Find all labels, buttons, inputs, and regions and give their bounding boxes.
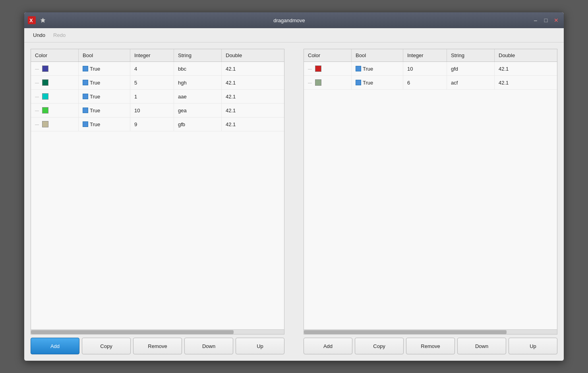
svg-text:X: X bbox=[29, 17, 33, 23]
left-cell-integer-4: 9 bbox=[130, 117, 174, 131]
right-col-string: String bbox=[447, 49, 495, 62]
left-cell-color-1: — bbox=[31, 76, 79, 89]
right-table-body: — True 10 gfd 42.1 — True 6 acf 42.1 bbox=[304, 62, 557, 329]
left-cell-string-2: aae bbox=[174, 90, 222, 103]
right-bool-icon-0 bbox=[356, 66, 361, 71]
right-cell-bool-1: True bbox=[352, 76, 403, 89]
right-cell-integer-1: 6 bbox=[403, 76, 447, 89]
left-cell-string-4: gfb bbox=[174, 117, 222, 131]
left-up-button[interactable]: Up bbox=[236, 338, 284, 354]
left-table-row[interactable]: — True 4 bbc 42.1 bbox=[31, 62, 284, 76]
color-swatch-3[interactable] bbox=[42, 107, 48, 113]
right-cell-color-1: — bbox=[304, 76, 352, 89]
left-scrollbar[interactable] bbox=[31, 329, 284, 334]
left-table-row[interactable]: — True 9 gfb 42.1 bbox=[31, 117, 284, 131]
left-col-color: Color bbox=[31, 49, 79, 62]
left-cell-double-4: 42.1 bbox=[222, 117, 265, 131]
right-copy-button[interactable]: Copy bbox=[355, 338, 404, 354]
bool-label-0: True bbox=[90, 66, 100, 72]
minimize-button[interactable]: – bbox=[531, 16, 540, 25]
left-cell-double-0: 42.1 bbox=[222, 62, 265, 75]
right-color-swatch-1[interactable] bbox=[315, 79, 321, 86]
left-cell-double-2: 42.1 bbox=[222, 90, 265, 103]
right-col-double: Double bbox=[495, 49, 538, 62]
right-cell-double-1: 42.1 bbox=[495, 76, 538, 89]
right-bool-icon-1 bbox=[356, 80, 361, 85]
bool-label-3: True bbox=[90, 108, 100, 113]
row-handle-4: — bbox=[35, 122, 41, 127]
left-col-integer: Integer bbox=[130, 49, 174, 62]
maximize-button[interactable]: □ bbox=[542, 16, 550, 25]
left-cell-color-4: — bbox=[31, 117, 79, 131]
color-swatch-4[interactable] bbox=[42, 121, 48, 127]
left-cell-bool-0: True bbox=[79, 62, 130, 75]
right-remove-button[interactable]: Remove bbox=[406, 338, 455, 354]
left-col-string: String bbox=[174, 49, 222, 62]
left-col-double: Double bbox=[222, 49, 265, 62]
right-panel: Color Bool Integer String Double — True … bbox=[304, 49, 557, 354]
left-col-bool: Bool bbox=[79, 49, 130, 62]
right-scrollbar[interactable] bbox=[304, 329, 557, 334]
bool-label-2: True bbox=[90, 94, 100, 100]
close-button[interactable]: ✕ bbox=[552, 16, 561, 25]
right-table-row[interactable]: — True 6 acf 42.1 bbox=[304, 76, 557, 90]
color-swatch-2[interactable] bbox=[42, 93, 48, 100]
color-swatch-0[interactable] bbox=[42, 65, 48, 72]
right-table: Color Bool Integer String Double — True … bbox=[304, 49, 557, 335]
redo-menu-item[interactable]: Redo bbox=[49, 31, 70, 40]
bool-icon-3 bbox=[83, 108, 88, 113]
content-area: Color Bool Integer String Double — True … bbox=[24, 42, 564, 361]
pin-icon[interactable] bbox=[39, 16, 47, 25]
right-table-row[interactable]: — True 10 gfd 42.1 bbox=[304, 62, 557, 76]
window-controls: – □ ✕ bbox=[531, 16, 561, 25]
right-cell-bool-0: True bbox=[352, 62, 403, 75]
left-cell-bool-1: True bbox=[79, 76, 130, 89]
color-swatch-1[interactable] bbox=[42, 79, 48, 86]
bool-icon-0 bbox=[83, 66, 88, 71]
left-cell-string-1: hgh bbox=[174, 76, 222, 89]
left-down-button[interactable]: Down bbox=[184, 338, 233, 354]
bool-label-4: True bbox=[90, 121, 100, 127]
bool-icon-4 bbox=[83, 121, 88, 127]
right-cell-string-0: gfd bbox=[447, 62, 495, 75]
right-add-button[interactable]: Add bbox=[304, 338, 352, 354]
main-window: X dragandmove – □ ✕ Undo Redo Color Bool bbox=[24, 12, 564, 361]
left-cell-color-2: — bbox=[31, 90, 79, 103]
row-handle-2: — bbox=[35, 94, 41, 99]
bool-icon-1 bbox=[83, 80, 88, 85]
row-handle-0: — bbox=[35, 67, 41, 71]
right-row-handle-0: — bbox=[308, 67, 313, 71]
panel-divider bbox=[291, 49, 297, 354]
right-col-color: Color bbox=[304, 49, 352, 62]
right-bool-label-1: True bbox=[363, 80, 373, 86]
left-table: Color Bool Integer String Double — True … bbox=[31, 49, 284, 335]
right-button-row: Add Copy Remove Down Up bbox=[304, 338, 557, 354]
left-table-row[interactable]: — True 1 aae 42.1 bbox=[31, 90, 284, 104]
left-remove-button[interactable]: Remove bbox=[133, 338, 182, 354]
left-cell-string-3: gea bbox=[174, 104, 222, 117]
right-row-handle-1: — bbox=[308, 81, 313, 85]
left-cell-integer-1: 5 bbox=[130, 76, 174, 89]
left-table-row[interactable]: — True 10 gea 42.1 bbox=[31, 104, 284, 117]
left-cell-double-1: 42.1 bbox=[222, 76, 265, 89]
left-table-row[interactable]: — True 5 hgh 42.1 bbox=[31, 76, 284, 90]
left-panel: Color Bool Integer String Double — True … bbox=[31, 49, 284, 354]
right-col-bool: Bool bbox=[352, 49, 403, 62]
right-cell-double-0: 42.1 bbox=[495, 62, 538, 75]
menu-bar: Undo Redo bbox=[24, 28, 564, 42]
left-add-button[interactable]: Add bbox=[31, 338, 79, 354]
right-down-button[interactable]: Down bbox=[457, 338, 506, 354]
right-color-swatch-0[interactable] bbox=[315, 65, 321, 72]
undo-menu-item[interactable]: Undo bbox=[29, 31, 49, 40]
bool-label-1: True bbox=[90, 80, 100, 86]
right-up-button[interactable]: Up bbox=[509, 338, 557, 354]
row-handle-3: — bbox=[35, 108, 41, 113]
left-cell-bool-3: True bbox=[79, 104, 130, 117]
right-bool-label-0: True bbox=[363, 66, 373, 72]
right-cell-integer-0: 10 bbox=[403, 62, 447, 75]
left-cell-integer-0: 4 bbox=[130, 62, 174, 75]
left-cell-string-0: bbc bbox=[174, 62, 222, 75]
left-cell-integer-2: 1 bbox=[130, 90, 174, 103]
left-table-body: — True 4 bbc 42.1 — True 5 hgh 42.1 — Tr… bbox=[31, 62, 284, 329]
left-copy-button[interactable]: Copy bbox=[82, 338, 131, 354]
